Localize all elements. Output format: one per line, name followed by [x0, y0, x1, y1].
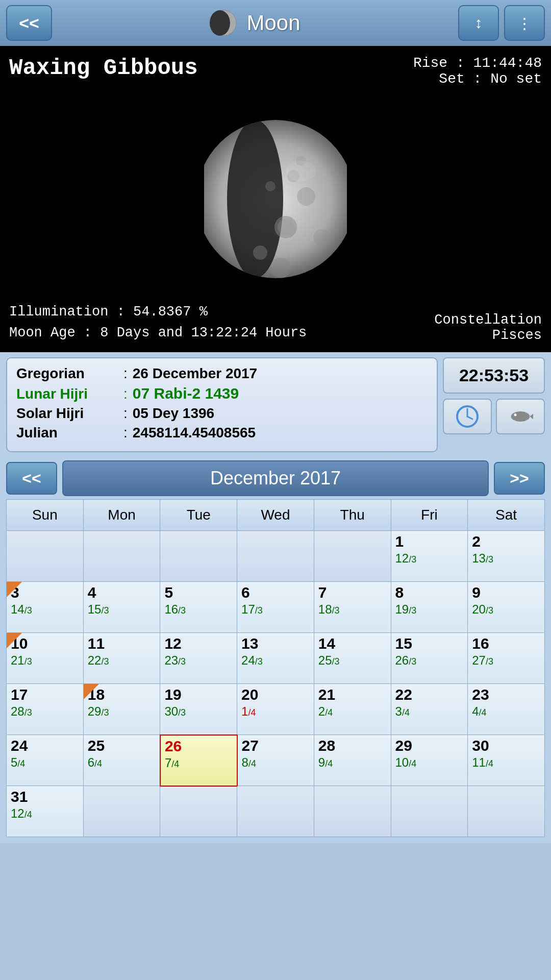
- hijri-label: Lunar Hijri: [16, 386, 118, 402]
- solar-value: 05 Dey 1396: [133, 405, 214, 422]
- cal-cell[interactable]: 223/4: [391, 684, 468, 735]
- cal-lunar-date: 22/3: [88, 653, 156, 668]
- cal-cell[interactable]: 3011/4: [468, 735, 545, 786]
- cal-cell[interactable]: 718/3: [314, 582, 391, 633]
- cal-cell[interactable]: 415/3: [83, 582, 160, 633]
- cal-lunar-date: 8/4: [242, 755, 310, 770]
- cal-cell[interactable]: 1223/3: [160, 633, 237, 684]
- cal-cell[interactable]: 245/4: [7, 735, 84, 786]
- cal-day-number: 29: [395, 738, 464, 753]
- cal-day-number: 12: [164, 636, 233, 651]
- cal-cell[interactable]: 234/4: [468, 684, 545, 735]
- cal-day-number: 7: [318, 585, 387, 600]
- illumination-value: Illumination : 54.8367 %: [9, 302, 307, 323]
- cal-day-number: 20: [241, 687, 310, 702]
- hijri-row: Lunar Hijri : 07 Rabi-2 1439: [16, 385, 428, 402]
- fish-icon: [508, 406, 533, 427]
- cal-cell[interactable]: 1021/3: [7, 633, 84, 684]
- calendar-month-label: December 2017: [62, 460, 489, 496]
- julian-label: Julian: [16, 425, 118, 441]
- clock-box: 22:53:53: [443, 357, 545, 452]
- moon-icon: [210, 9, 237, 37]
- cal-cell[interactable]: 1930/3: [160, 684, 237, 735]
- svg-point-7: [253, 246, 267, 260]
- cal-cell[interactable]: 1324/3: [237, 633, 314, 684]
- cal-cell: [160, 786, 237, 837]
- cal-lunar-date: 15/3: [88, 602, 156, 617]
- cal-lunar-date: 4/4: [472, 704, 540, 719]
- cal-lunar-date: 26/3: [395, 653, 464, 668]
- calendar-header-row: SunMonTueWedThuFriSat: [7, 500, 545, 531]
- cal-cell[interactable]: 314/3: [7, 582, 84, 633]
- cal-day-number: 22: [395, 687, 464, 702]
- cal-day-number: 30: [472, 738, 540, 753]
- cal-lunar-date: 11/4: [472, 755, 540, 770]
- rise-time: Rise : 11:44:48: [413, 55, 542, 71]
- cal-cell[interactable]: 2910/4: [391, 735, 468, 786]
- cal-next-button[interactable]: >>: [494, 462, 545, 495]
- cal-day-number: 19: [164, 687, 233, 702]
- cal-cell[interactable]: 819/3: [391, 582, 468, 633]
- svg-point-8: [297, 187, 315, 206]
- cal-lunar-date: 1/4: [241, 704, 310, 719]
- constellation-info: Constellation Pisces: [434, 312, 542, 343]
- cal-day-number: 6: [241, 585, 310, 600]
- cal-cell[interactable]: 1829/3: [83, 684, 160, 735]
- refresh-button[interactable]: ↕: [458, 5, 499, 41]
- cal-prev-button[interactable]: <<: [6, 462, 57, 495]
- clock-timer-button[interactable]: [443, 399, 492, 434]
- constellation-label: Constellation: [434, 312, 542, 328]
- cal-lunar-date: 21/3: [11, 653, 79, 668]
- clock-nav-button[interactable]: [496, 399, 545, 434]
- cal-cell[interactable]: 920/3: [468, 582, 545, 633]
- cal-cell[interactable]: 256/4: [83, 735, 160, 786]
- menu-button[interactable]: ⋮: [504, 5, 545, 41]
- app-header: << Moon ↕ ⋮: [0, 0, 551, 46]
- cal-lunar-date: 12/4: [11, 806, 79, 821]
- cal-cell[interactable]: 212/4: [314, 684, 391, 735]
- clock-display: 22:53:53: [443, 357, 545, 394]
- cal-day-header-wed: Wed: [237, 500, 314, 531]
- cal-lunar-date: 13/3: [472, 551, 540, 566]
- cal-cell[interactable]: 516/3: [160, 582, 237, 633]
- cal-lunar-date: 14/3: [11, 602, 79, 617]
- calendar: SunMonTueWedThuFriSat 112/3213/3314/3415…: [0, 499, 551, 843]
- cal-cell[interactable]: 289/4: [314, 735, 391, 786]
- svg-point-12: [270, 258, 291, 278]
- cal-cell: [83, 786, 160, 837]
- cal-cell[interactable]: 213/3: [468, 531, 545, 582]
- cal-cell[interactable]: 267/4: [160, 735, 237, 786]
- corner-triangle: [84, 684, 99, 699]
- cal-day-number: 11: [88, 636, 156, 651]
- moon-display: Waxing Gibbous Rise : 11:44:48 Set : No …: [0, 46, 551, 352]
- cal-cell[interactable]: 112/3: [391, 531, 468, 582]
- corner-triangle: [7, 582, 22, 597]
- hijri-value: 07 Rabi-2 1439: [133, 385, 239, 402]
- cal-lunar-date: 24/3: [241, 653, 310, 668]
- cal-cell[interactable]: 1122/3: [83, 633, 160, 684]
- cal-lunar-date: 7/4: [165, 756, 233, 770]
- cal-day-number: 24: [11, 738, 79, 753]
- cal-cell[interactable]: 3112/4: [7, 786, 84, 837]
- cal-lunar-date: 23/3: [164, 653, 233, 668]
- cal-cell[interactable]: 1728/3: [7, 684, 84, 735]
- prev-button[interactable]: <<: [6, 5, 52, 41]
- cal-lunar-date: 29/3: [88, 704, 156, 719]
- cal-cell[interactable]: 1425/3: [314, 633, 391, 684]
- svg-line-17: [467, 416, 472, 419]
- cal-lunar-date: 2/4: [318, 704, 387, 719]
- cal-cell: [391, 786, 468, 837]
- cal-cell[interactable]: 1627/3: [468, 633, 545, 684]
- moon-svg: [204, 94, 347, 304]
- corner-triangle: [7, 633, 22, 648]
- cal-cell[interactable]: 278/4: [237, 735, 314, 786]
- svg-point-18: [511, 411, 530, 422]
- cal-cell[interactable]: 201/4: [237, 684, 314, 735]
- cal-day-number: 26: [165, 739, 233, 754]
- cal-lunar-date: 12/3: [395, 551, 464, 566]
- cal-cell: [314, 786, 391, 837]
- cal-cell[interactable]: 617/3: [237, 582, 314, 633]
- cal-cell[interactable]: 1526/3: [391, 633, 468, 684]
- julian-value: 2458114.45408565: [133, 425, 256, 441]
- cal-lunar-date: 10/4: [395, 755, 464, 770]
